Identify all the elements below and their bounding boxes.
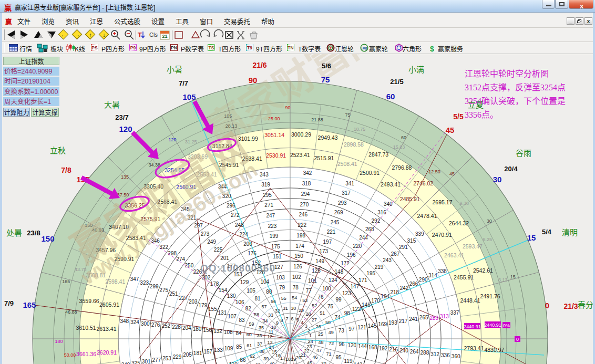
svg-text:37: 37 <box>257 341 262 347</box>
svg-text:267: 267 <box>391 251 400 257</box>
svg-text:105: 105 <box>182 92 196 101</box>
svg-text:150: 150 <box>294 253 303 259</box>
svg-text:75: 75 <box>321 75 330 84</box>
svg-text:228: 228 <box>172 324 181 330</box>
svg-text:18: 18 <box>285 357 291 362</box>
svg-text:Cls: Cls <box>149 32 158 38</box>
svg-text:289: 289 <box>429 315 438 321</box>
svg-text:349: 349 <box>121 362 130 364</box>
svg-text:2695.17: 2695.17 <box>433 199 453 205</box>
svg-text:156: 156 <box>203 327 212 333</box>
svg-text:52: 52 <box>312 303 317 308</box>
svg-text:248: 248 <box>235 222 244 228</box>
svg-text:72: 72 <box>329 341 334 346</box>
svg-text:204: 204 <box>182 325 191 331</box>
svg-text:2508.41: 2508.41 <box>337 161 357 167</box>
svg-text:春分: 春分 <box>578 299 593 310</box>
svg-text:244: 244 <box>359 235 368 241</box>
svg-text:2500.91: 2500.91 <box>360 170 379 176</box>
svg-text:7/7: 7/7 <box>179 79 188 87</box>
svg-text:30: 30 <box>291 306 296 311</box>
svg-text:253: 253 <box>162 356 171 361</box>
svg-text:219: 219 <box>375 264 384 270</box>
svg-text:155: 155 <box>208 306 217 312</box>
svg-text:45: 45 <box>446 126 455 134</box>
svg-text:2746.02: 2746.02 <box>413 180 433 186</box>
svg-text:21/6: 21/6 <box>252 61 266 69</box>
svg-text:265: 265 <box>419 315 428 320</box>
svg-text:2620.91: 2620.91 <box>97 349 117 356</box>
svg-text:125: 125 <box>312 268 321 274</box>
svg-text:202: 202 <box>202 275 211 280</box>
svg-text:133: 133 <box>214 347 223 353</box>
svg-text:268: 268 <box>365 226 374 232</box>
svg-text:23/8: 23/8 <box>27 229 40 237</box>
svg-text:103: 103 <box>276 275 285 280</box>
svg-text:299: 299 <box>150 284 159 289</box>
svg-text:7/9: 7/9 <box>4 299 14 307</box>
svg-text:342: 342 <box>303 170 312 176</box>
svg-text:300: 300 <box>141 321 150 327</box>
svg-text:2493.41: 2493.41 <box>381 181 401 188</box>
svg-text:80: 80 <box>266 289 272 295</box>
svg-text:大暑: 大暑 <box>104 99 120 110</box>
svg-text:360: 360 <box>452 353 460 359</box>
svg-text:11: 11 <box>269 329 273 335</box>
svg-text:39: 39 <box>263 356 269 361</box>
svg-text:1: 1 <box>309 333 312 338</box>
svg-text:12: 12 <box>267 334 272 339</box>
svg-text:34: 34 <box>262 318 268 324</box>
svg-text:2515.91: 2515.91 <box>314 155 334 161</box>
svg-text:293: 293 <box>338 200 347 206</box>
svg-text:120: 120 <box>347 342 356 348</box>
svg-text:252: 252 <box>161 323 170 329</box>
svg-text:27: 27 <box>312 317 317 323</box>
svg-text:2530.91: 2530.91 <box>266 152 286 159</box>
svg-text:8: 8 <box>281 318 283 323</box>
svg-text:292: 292 <box>372 218 381 224</box>
svg-text:316: 316 <box>377 210 386 215</box>
svg-text:271: 271 <box>264 202 273 208</box>
svg-text:242: 242 <box>400 285 409 291</box>
svg-text:29: 29 <box>299 308 304 313</box>
svg-text:120: 120 <box>119 124 132 133</box>
svg-text:315: 315 <box>407 238 416 244</box>
svg-text:60: 60 <box>386 92 395 101</box>
svg-text:小满: 小满 <box>408 64 424 75</box>
svg-text:↓: ↓ <box>102 32 106 38</box>
svg-text:154: 154 <box>219 287 228 293</box>
svg-text:347: 347 <box>130 276 139 282</box>
svg-text:清明: 清明 <box>562 226 578 237</box>
svg-text:5/6: 5/6 <box>322 62 331 70</box>
svg-text:324: 324 <box>130 319 139 325</box>
svg-text:172: 172 <box>341 261 350 266</box>
svg-text:108: 108 <box>224 329 233 335</box>
svg-text:147: 147 <box>351 284 360 289</box>
svg-text:102: 102 <box>292 274 301 280</box>
svg-text:318: 318 <box>302 181 311 186</box>
svg-text:35: 35 <box>259 325 264 330</box>
svg-text:立秋: 立秋 <box>50 144 66 155</box>
svg-text:32: 32 <box>275 308 280 314</box>
svg-text:T: T <box>138 31 142 39</box>
svg-text:135: 135 <box>121 174 129 180</box>
svg-text:75: 75 <box>345 112 350 118</box>
svg-text:313: 313 <box>440 314 449 319</box>
svg-text:178: 178 <box>210 281 219 287</box>
svg-text:131: 131 <box>218 310 227 316</box>
svg-text:348: 348 <box>120 318 129 324</box>
svg-text:340: 340 <box>384 201 393 207</box>
svg-text:95: 95 <box>335 355 342 360</box>
svg-text:241: 241 <box>409 316 418 322</box>
svg-text:199: 199 <box>270 233 279 239</box>
svg-text:127: 127 <box>274 264 283 270</box>
svg-text:197: 197 <box>323 239 332 245</box>
svg-text:129: 129 <box>240 279 249 285</box>
svg-text:2491.76: 2491.76 <box>480 293 500 299</box>
svg-text:272: 272 <box>231 212 240 218</box>
svg-text:74: 74 <box>334 315 341 320</box>
svg-text:217: 217 <box>399 318 408 324</box>
svg-text:76: 76 <box>317 294 324 300</box>
svg-text:274: 274 <box>176 256 185 262</box>
svg-text:107: 107 <box>228 314 237 319</box>
